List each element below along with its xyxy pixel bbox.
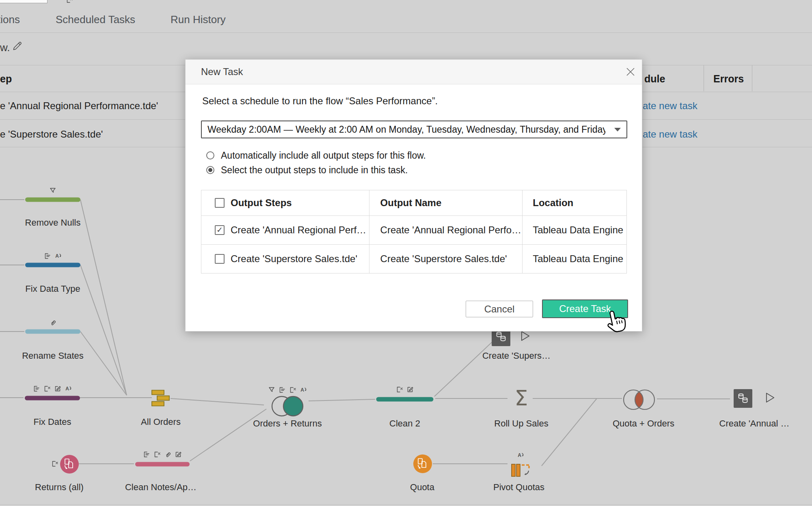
funnel-icon — [50, 187, 56, 194]
close-icon[interactable] — [626, 67, 635, 77]
doc-icon — [44, 253, 51, 260]
doc-x-icon — [44, 385, 51, 392]
cancel-button[interactable]: Cancel — [466, 301, 533, 317]
orders-returns-annotations: A — [268, 387, 307, 394]
flow-step-rename-states[interactable] — [25, 329, 80, 334]
flow-step-label: Fix Data Type — [25, 284, 80, 294]
input-step-icon — [412, 454, 433, 474]
fix-dates-annotations: A — [33, 385, 72, 392]
schedule-dropdown-value: Weekday 2:00AM — Weekly at 2:00 AM on Mo… — [207, 121, 605, 138]
output-step-row: Create 'Superstore Sales.tde'Create 'Sup… — [201, 244, 626, 273]
doc-icon — [33, 385, 40, 392]
doc-x-icon — [396, 386, 403, 393]
doc-x-icon — [66, 0, 73, 4]
doc-x-icon — [289, 387, 296, 394]
paperclip-icon — [50, 319, 56, 326]
header-output-name-label: Output Name — [380, 197, 442, 209]
flow-step-quota-orders[interactable] — [622, 388, 656, 411]
cell-output-step: ✓Create 'Annual Regional Perf… — [201, 216, 369, 244]
flow-step-orders-returns[interactable] — [270, 395, 304, 418]
flow-step-roll-up-sales[interactable]: Σ — [515, 389, 528, 407]
flow-step-create-annual[interactable] — [734, 389, 752, 408]
flow-step-label: Pivot Quotas — [493, 482, 544, 493]
output-step-row: ✓Create 'Annual Regional Perf…Create 'An… — [201, 215, 626, 244]
output-steps-table: Output Steps Output Name Location ✓Creat… — [201, 190, 627, 273]
header-output-steps: Output Steps — [201, 190, 369, 215]
doc-x-icon — [154, 451, 161, 458]
cell-location: Tableau Data Engine — [522, 216, 626, 244]
flow-step-label: Clean Notes/Ap… — [125, 482, 197, 493]
checkbox-unchecked[interactable] — [215, 254, 225, 264]
flow-step-quota[interactable] — [412, 454, 433, 474]
radio-label: Select the output steps to include in th… — [221, 165, 408, 176]
edit-icon — [407, 386, 414, 393]
flow-step-fix-dates[interactable] — [25, 396, 80, 400]
run-flow-icon[interactable] — [766, 392, 775, 403]
pivot-quotas-annotations: A — [517, 452, 524, 459]
svg-text:A: A — [300, 387, 304, 393]
flow-step-label: Remove Nulls — [25, 217, 81, 228]
cell-output-name: Create 'Annual Regional Perfo… — [369, 216, 523, 244]
radio-option-1[interactable]: Automatically include all output steps f… — [206, 149, 426, 161]
join-venn-icon — [622, 388, 656, 411]
flow-step-label: Clean 2 — [389, 418, 420, 429]
flow-step-remove-nulls[interactable] — [25, 198, 80, 202]
header-location: Location — [522, 190, 626, 215]
join-venn-icon — [270, 395, 304, 418]
svg-text:A: A — [55, 253, 59, 259]
flow-step-pivot-quotas[interactable] — [511, 462, 530, 479]
fix-data-type-annotations: A — [44, 253, 62, 260]
flow-step-label: Quota + Orders — [613, 418, 674, 429]
funnel-icon — [268, 387, 275, 394]
run-flow-icon[interactable] — [521, 330, 530, 342]
atype-icon: A — [65, 385, 72, 392]
atype-icon: A — [300, 387, 307, 394]
paperclip-icon — [164, 451, 171, 458]
output-steps-header-row: Output Steps Output Name Location — [201, 190, 626, 215]
flow-step-label: Roll Up Sales — [494, 418, 548, 429]
flow-step-label: Orders + Returns — [253, 418, 322, 429]
output-step-icon — [734, 389, 752, 408]
svg-text:A: A — [65, 386, 69, 392]
doc-icon — [143, 451, 150, 458]
radio-option-2[interactable]: Select the output steps to include in th… — [206, 164, 408, 176]
output-step-text: Create 'Annual Regional Perf… — [231, 224, 366, 236]
flow-step-label: All Orders — [141, 417, 181, 427]
radio-unselected-icon[interactable] — [206, 151, 214, 159]
pivot-icon — [511, 462, 530, 479]
flow-step-label: Rename States — [22, 351, 84, 361]
checkbox-checked[interactable]: ✓ — [215, 225, 225, 235]
edit-icon — [175, 451, 182, 458]
cell-output-step: Create 'Superstore Sales.tde' — [201, 245, 369, 273]
svg-text:A: A — [518, 452, 521, 458]
flow-step-label: Create 'Annual … — [719, 418, 790, 429]
flow-step-all-orders[interactable] — [151, 390, 170, 407]
rename-states-annotations — [50, 319, 56, 326]
sigma-aggregate-icon: Σ — [515, 386, 528, 410]
edit-icon — [54, 385, 61, 392]
atype-icon: A — [517, 452, 524, 459]
flow-step-clean-2[interactable] — [376, 397, 434, 402]
radio-label: Automatically include all output steps f… — [221, 150, 426, 161]
flow-step-label: Quota — [410, 482, 434, 493]
doc-x-annotation — [52, 461, 58, 467]
clean-2-annotations — [396, 386, 414, 393]
flow-step-returns-all[interactable] — [59, 454, 80, 474]
atype-icon: A — [55, 253, 62, 260]
radio-selected-icon[interactable] — [206, 166, 214, 174]
new-task-dialog: New Task Select a schedule to run the fl… — [185, 59, 642, 332]
returns-all-annotations — [66, 0, 73, 4]
cell-location: Tableau Data Engine — [522, 245, 626, 273]
dialog-header: New Task — [186, 60, 642, 84]
select-all-checkbox[interactable] — [215, 198, 225, 208]
cell-output-name: Create 'Superstore Sales.tde' — [369, 245, 523, 273]
flow-step-clean-notes[interactable] — [135, 462, 190, 467]
clean-notes-annotations — [143, 451, 182, 458]
dialog-instruction: Select a schedule to run the flow “Sales… — [202, 95, 438, 107]
chevron-down-icon — [614, 128, 621, 131]
flow-step-label: Fix Dates — [34, 417, 71, 427]
flow-step-fix-data-type[interactable] — [25, 263, 80, 267]
schedule-dropdown[interactable]: Weekday 2:00AM — Weekly at 2:00 AM on Mo… — [201, 121, 627, 138]
dialog-title: New Task — [201, 60, 243, 84]
header-output-name: Output Name — [369, 190, 523, 215]
